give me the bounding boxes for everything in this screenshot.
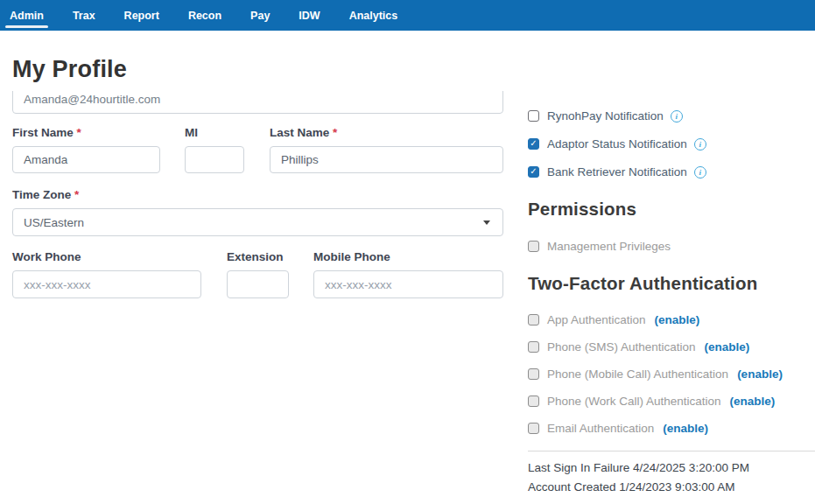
profile-form: My Profile First Name * MI Last Name * T… (12, 31, 503, 497)
main-content: My Profile First Name * MI Last Name * T… (0, 31, 815, 497)
notification-label: RynohPay Notification (547, 109, 664, 122)
email-field-clip (12, 91, 503, 114)
two-factor-row: ✓ Phone (Mobile Call) Authentication (en… (528, 368, 815, 381)
mobile-phone-label: Mobile Phone (313, 250, 503, 263)
mobile-phone-field[interactable] (313, 270, 503, 298)
two-factor-heading: Two-Factor Authentication (528, 273, 815, 294)
notification-row: ✓ Bank Retriever Notification i (528, 165, 815, 178)
time-zone-value: US/Eastern (24, 216, 483, 229)
info-icon[interactable]: i (671, 110, 683, 122)
permissions-heading: Permissions (528, 199, 815, 220)
phone-sms-authentication-checkbox: ✓ (528, 341, 539, 353)
nav-tab-admin[interactable]: Admin (7, 0, 46, 31)
settings-panel: ✓ RynohPay Notification i ✓ Adaptor Stat… (528, 31, 815, 497)
app-authentication-checkbox: ✓ (528, 314, 539, 326)
two-factor-row: ✓ Phone (Work Call) Authentication (enab… (528, 395, 815, 408)
enable-phone-mobile-call-authentication-link[interactable]: (enable) (737, 368, 783, 381)
nav-tab-trax[interactable]: Trax (70, 0, 98, 31)
time-zone-select[interactable]: US/Eastern (12, 208, 503, 236)
two-factor-label: Phone (Mobile Call) Authentication (547, 368, 728, 381)
adaptor-status-notification-checkbox[interactable]: ✓ (528, 138, 539, 150)
info-icon[interactable]: i (694, 166, 706, 178)
nav-tab-pay[interactable]: Pay (248, 0, 272, 31)
last-name-label: Last Name * (270, 126, 503, 139)
management-privileges-checkbox: ✓ (528, 241, 539, 252)
page-title: My Profile (12, 56, 503, 83)
enable-phone-sms-authentication-link[interactable]: (enable) (705, 340, 750, 354)
phone-mobile-call-authentication-checkbox: ✓ (528, 368, 539, 380)
last-name-field[interactable] (270, 146, 503, 173)
two-factor-label: Phone (Work Call) Authentication (547, 395, 721, 408)
phone-work-call-authentication-checkbox: ✓ (528, 396, 539, 407)
last-sign-in-failure-text: Last Sign In Failure 4/24/2025 3:20:00 P… (528, 458, 815, 478)
top-nav: Admin Trax Report Recon Pay IDW Analytic… (0, 0, 815, 31)
bank-retriever-notification-checkbox[interactable]: ✓ (528, 166, 539, 178)
nav-tab-analytics[interactable]: Analytics (347, 0, 401, 31)
two-factor-row: ✓ Phone (SMS) Authentication (enable) (528, 340, 815, 354)
enable-email-authentication-link[interactable]: (enable) (663, 422, 708, 435)
notification-label: Adaptor Status Notification (547, 137, 687, 150)
two-factor-row: ✓ Email Authentication (enable) (528, 422, 815, 435)
mi-field[interactable] (185, 146, 244, 173)
two-factor-row: ✓ App Authentication (enable) (528, 313, 815, 326)
two-factor-label: App Authentication (547, 313, 646, 326)
chevron-down-icon (483, 220, 490, 225)
required-asterisk: * (333, 126, 337, 139)
enable-phone-work-call-authentication-link[interactable]: (enable) (730, 395, 776, 408)
rynohpay-notification-checkbox[interactable]: ✓ (528, 110, 539, 122)
info-icon[interactable]: i (694, 138, 706, 150)
time-zone-label: Time Zone * (12, 188, 503, 201)
permission-row: ✓ Management Privileges (528, 240, 815, 253)
first-name-field[interactable] (12, 146, 160, 173)
work-phone-label: Work Phone (12, 250, 201, 263)
enable-app-authentication-link[interactable]: (enable) (655, 313, 700, 326)
work-phone-field[interactable] (12, 270, 201, 298)
email-field[interactable] (12, 91, 503, 114)
permission-label: Management Privileges (547, 240, 671, 253)
two-factor-label: Email Authentication (547, 422, 654, 435)
divider (528, 451, 815, 452)
notification-row: ✓ Adaptor Status Notification i (528, 137, 815, 150)
extension-field[interactable] (227, 270, 289, 298)
nav-tab-idw[interactable]: IDW (296, 0, 322, 31)
mi-label: MI (185, 126, 244, 139)
account-created-text: Account Created 1/24/2023 9:03:00 AM (528, 478, 815, 497)
required-asterisk: * (77, 126, 81, 139)
required-asterisk: * (74, 188, 79, 201)
nav-tab-report[interactable]: Report (122, 0, 162, 31)
notification-row: ✓ RynohPay Notification i (528, 109, 815, 122)
first-name-label: First Name * (12, 126, 160, 139)
notification-label: Bank Retriever Notification (547, 165, 687, 178)
two-factor-label: Phone (SMS) Authentication (547, 340, 696, 354)
extension-label: Extension (227, 250, 289, 263)
nav-tab-recon[interactable]: Recon (186, 0, 224, 31)
email-authentication-checkbox: ✓ (528, 423, 539, 434)
